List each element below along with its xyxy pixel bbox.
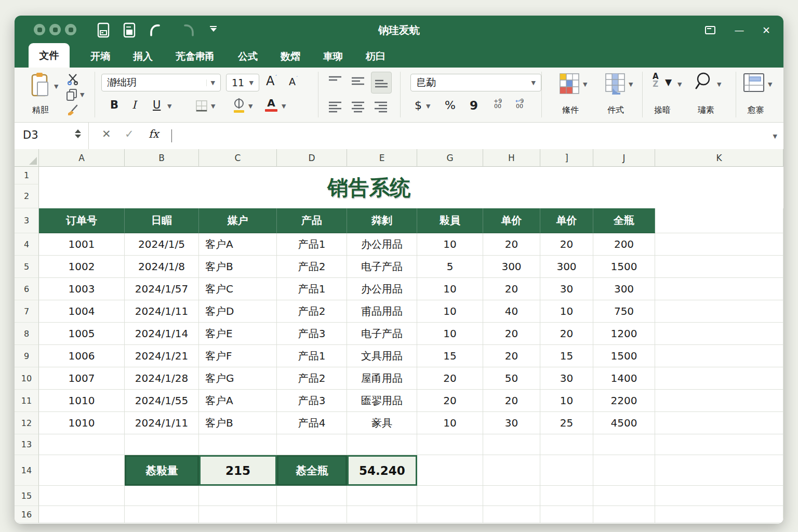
cell[interactable]: 2024/1/28 bbox=[125, 367, 199, 390]
cell[interactable]: 产品2 bbox=[277, 300, 347, 323]
align-top-icon[interactable] bbox=[328, 76, 342, 86]
cell[interactable] bbox=[655, 300, 783, 323]
cell[interactable] bbox=[593, 434, 655, 455]
cell[interactable] bbox=[199, 486, 277, 506]
increase-decimal-button[interactable]: +900 bbox=[494, 99, 502, 109]
cell[interactable]: 20 bbox=[483, 233, 540, 256]
cell[interactable]: 10 bbox=[417, 233, 483, 256]
underline-dropdown-icon[interactable]: ▼ bbox=[167, 103, 171, 110]
cell[interactable]: 1007 bbox=[39, 367, 125, 390]
cell[interactable]: 1003 bbox=[39, 278, 125, 300]
undo-icon[interactable] bbox=[148, 23, 163, 38]
tab-insert[interactable]: 捐入 bbox=[133, 50, 153, 63]
underline-button[interactable]: U bbox=[153, 99, 161, 111]
cell[interactable]: 电子产品 bbox=[347, 256, 417, 278]
column-header-B[interactable]: B bbox=[125, 149, 199, 167]
cell[interactable] bbox=[125, 486, 199, 506]
borders-icon[interactable] bbox=[195, 100, 208, 112]
cell[interactable] bbox=[347, 434, 417, 455]
cell[interactable]: 客户E bbox=[199, 323, 277, 345]
currency-format-button[interactable]: $ bbox=[415, 99, 422, 112]
total-quantity-value[interactable]: 215 bbox=[199, 455, 277, 486]
column-header-D[interactable]: D bbox=[277, 149, 347, 167]
select-all-corner[interactable] bbox=[15, 149, 39, 167]
cell[interactable]: 200 bbox=[593, 233, 655, 256]
cell[interactable]: 300 bbox=[593, 278, 655, 300]
italic-button[interactable]: I bbox=[132, 99, 136, 111]
cell[interactable]: 2024/1/21 bbox=[125, 345, 199, 367]
save-as-icon[interactable] bbox=[123, 22, 136, 38]
table-header-cell[interactable]: 订单号 bbox=[39, 208, 125, 233]
table-header-cell[interactable]: 全瓶 bbox=[593, 208, 655, 233]
cell[interactable]: 10 bbox=[540, 300, 593, 323]
traffic-light-close-icon[interactable] bbox=[34, 24, 45, 35]
cell[interactable]: 产品3 bbox=[277, 323, 347, 345]
column-header-C[interactable]: C bbox=[199, 149, 277, 167]
decrease-decimal-button[interactable]: ↩900 bbox=[515, 99, 524, 109]
cell[interactable]: 20 bbox=[417, 390, 483, 412]
percent-format-button[interactable]: % bbox=[445, 99, 456, 112]
column-header-][interactable]: ] bbox=[540, 149, 593, 167]
search-dropdown-icon[interactable]: ▼ bbox=[717, 81, 721, 88]
traffic-light-minimize-icon[interactable] bbox=[49, 24, 61, 35]
cells-icon[interactable] bbox=[743, 73, 765, 92]
sheet-title[interactable]: 销吿系统 bbox=[39, 167, 699, 208]
cell[interactable] bbox=[347, 486, 417, 506]
row-header-10[interactable]: 10 bbox=[15, 367, 39, 390]
column-header-G[interactable]: G bbox=[417, 149, 483, 167]
cell[interactable]: 产品1 bbox=[277, 233, 347, 256]
enter-icon[interactable]: ✓ bbox=[125, 128, 134, 140]
cell[interactable]: 20 bbox=[483, 345, 540, 367]
cell[interactable]: 15 bbox=[540, 345, 593, 367]
row-header-16[interactable]: 16 bbox=[15, 506, 39, 523]
row-header-8[interactable]: 8 bbox=[15, 323, 39, 345]
table-header-cell[interactable]: 粦剶 bbox=[347, 208, 417, 233]
row-header-14[interactable]: 14 bbox=[15, 455, 39, 486]
cell[interactable] bbox=[593, 486, 655, 506]
cut-icon[interactable] bbox=[66, 73, 79, 85]
table-header-cell[interactable]: 单价 bbox=[483, 208, 540, 233]
cell[interactable]: 10 bbox=[417, 278, 483, 300]
cell[interactable]: 30 bbox=[540, 278, 593, 300]
cell[interactable]: 客户F bbox=[199, 345, 277, 367]
cell[interactable]: 5 bbox=[417, 256, 483, 278]
cell[interactable]: 10 bbox=[540, 390, 593, 412]
row-header-4[interactable]: 4 bbox=[15, 233, 39, 256]
cell[interactable]: 1004 bbox=[39, 300, 125, 323]
cell[interactable]: 豙具 bbox=[347, 412, 417, 434]
cell[interactable]: 匲翏用品 bbox=[347, 390, 417, 412]
cell[interactable] bbox=[417, 455, 483, 486]
cell[interactable]: 2024/1/55 bbox=[125, 390, 199, 412]
cell[interactable]: 客户A bbox=[199, 390, 277, 412]
cell[interactable] bbox=[593, 506, 655, 523]
cell[interactable]: 50 bbox=[483, 367, 540, 390]
minimize-icon[interactable]: — bbox=[732, 23, 747, 37]
cell[interactable]: 产品3 bbox=[277, 390, 347, 412]
cell[interactable]: 2024/1/11 bbox=[125, 300, 199, 323]
cell[interactable] bbox=[39, 486, 125, 506]
cell[interactable]: 15 bbox=[417, 345, 483, 367]
cell[interactable]: 10 bbox=[417, 323, 483, 345]
cell[interactable] bbox=[277, 434, 347, 455]
cell[interactable]: 300 bbox=[540, 256, 593, 278]
cell[interactable]: 办公用品 bbox=[347, 233, 417, 256]
sort-icon[interactable]: A Z bbox=[653, 73, 659, 88]
cells-button[interactable]: 愈寨 bbox=[738, 105, 774, 116]
cell[interactable]: 产品1 bbox=[277, 345, 347, 367]
tab-formulas[interactable]: 公式 bbox=[238, 50, 258, 63]
grow-font-button[interactable]: Aˊ bbox=[266, 74, 277, 88]
cell[interactable]: 1010 bbox=[39, 412, 125, 434]
comma-format-button[interactable]: 9 bbox=[470, 99, 478, 112]
font-size-select[interactable]: 11▼ bbox=[226, 74, 259, 91]
cell[interactable]: 30 bbox=[540, 367, 593, 390]
cell[interactable] bbox=[655, 412, 783, 434]
shrink-font-button[interactable]: Aˊ bbox=[289, 76, 298, 87]
cell[interactable]: 20 bbox=[483, 323, 540, 345]
cell[interactable]: 1010 bbox=[39, 390, 125, 412]
cell[interactable]: 甫品用品 bbox=[347, 300, 417, 323]
cell[interactable]: 1005 bbox=[39, 323, 125, 345]
cell[interactable]: 1002 bbox=[39, 256, 125, 278]
cell[interactable]: 10 bbox=[417, 412, 483, 434]
cell[interactable] bbox=[655, 233, 783, 256]
redo-icon[interactable] bbox=[181, 23, 196, 38]
